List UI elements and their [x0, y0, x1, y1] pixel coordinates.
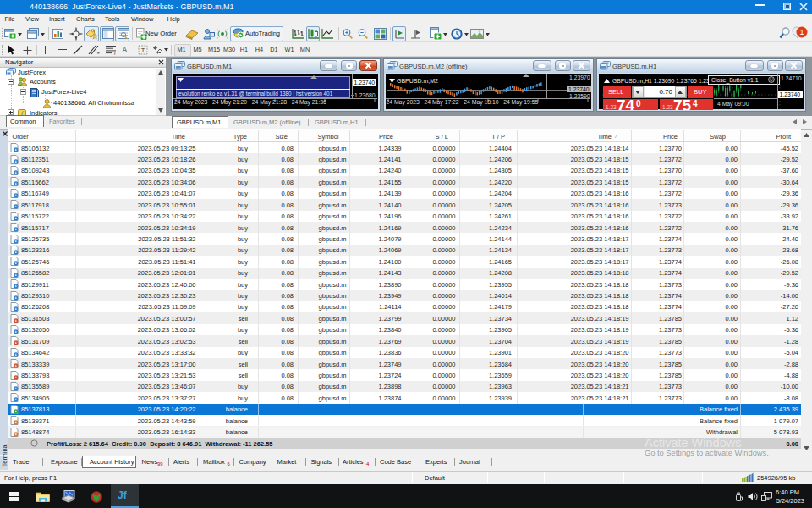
svg-text:e: e [97, 50, 100, 55]
svg-text:T: T [140, 47, 145, 54]
svg-text:f: f [114, 51, 116, 55]
svg-text:1: 1 [799, 28, 804, 36]
